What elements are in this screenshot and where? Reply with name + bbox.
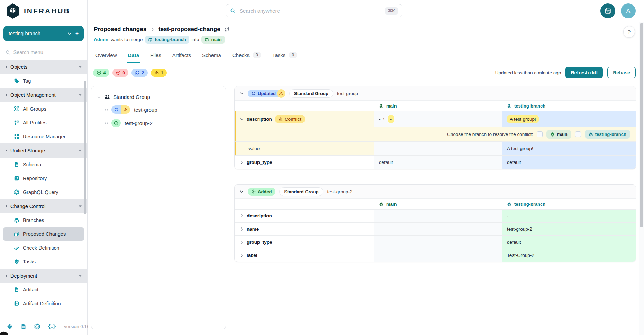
swagger-api-icon[interactable] [48, 324, 56, 329]
old-value: - [379, 117, 381, 122]
status-label: Added [258, 189, 272, 194]
menu-search-input[interactable] [13, 49, 82, 55]
property-label-cell: value [235, 141, 374, 155]
chevron-down-icon[interactable] [239, 91, 244, 96]
window-scrollbar[interactable] [639, 22, 644, 335]
sidebar-item-check-definition[interactable]: Check Definition [0, 241, 87, 255]
tab-files[interactable]: Files [145, 47, 167, 63]
sidebar-item-schema[interactable]: Schema [0, 158, 87, 171]
resolve-main-checkbox[interactable] [537, 131, 543, 137]
chevron-down-icon[interactable] [239, 117, 244, 121]
chevron-right-icon[interactable] [239, 160, 244, 165]
tree-node-test-group-2[interactable]: test-group-2 [105, 119, 220, 127]
logo-text: INFRAHUB [24, 7, 70, 15]
sidebar-item-repository[interactable]: Repository [0, 171, 87, 185]
attribute-name: description [247, 117, 272, 122]
sidebar-item-all-profiles[interactable]: All Profiles [0, 116, 87, 130]
property-name: value [239, 146, 260, 151]
attribute-name: label [247, 253, 257, 258]
tab-data[interactable]: Data [123, 47, 145, 63]
conflict-badge: Conflict [275, 115, 305, 123]
sidebar-item-all-groups[interactable]: All Groups [0, 102, 87, 116]
sidebar-item-branches[interactable]: Branches [0, 213, 87, 227]
global-search-input[interactable] [239, 8, 381, 14]
docs-icon[interactable] [20, 324, 27, 330]
source-branch-badge[interactable]: testing-branch [145, 36, 189, 44]
rebase-button[interactable]: Rebase [607, 67, 636, 78]
tab-checks[interactable]: Checks 0 [227, 47, 267, 63]
updated-count: 2 [142, 70, 144, 75]
menu-group-change-control[interactable]: Change Control [0, 199, 87, 213]
avatar[interactable]: A [621, 3, 636, 18]
added-count-pill[interactable]: 4 [93, 69, 109, 77]
refresh-diff-button[interactable]: Refresh diff [565, 67, 603, 78]
tab-label: Schema [202, 52, 221, 58]
tab-artifacts[interactable]: Artifacts [167, 47, 197, 63]
removed-count-pill[interactable]: 0 [112, 69, 129, 77]
sidebar-item-tasks[interactable]: Tasks [0, 255, 87, 269]
base-value-cell: default [374, 155, 502, 169]
group-people-icon [104, 94, 110, 100]
branch-value-cell: A test group! [502, 141, 636, 155]
attribute-row-description: description Conflict - › - A [235, 111, 636, 127]
target-branch-badge[interactable]: main [201, 36, 225, 44]
base-value-cell [374, 249, 502, 262]
diff-card-header[interactable]: Added Standard Group test-group-2 [235, 185, 636, 199]
updated-count-pill[interactable]: 2 [131, 69, 148, 77]
chevron-down-icon[interactable] [97, 95, 101, 99]
branch-selector[interactable]: testing-branch + [3, 26, 84, 41]
logo[interactable]: INFRAHUB [0, 0, 87, 23]
sidebar-item-artifact[interactable]: Artifact [0, 283, 87, 297]
conflict-count-pill[interactable]: 1 [151, 69, 167, 77]
sidebar: INFRAHUB testing-branch + Objects Tag [0, 0, 88, 335]
author-name[interactable]: Admin [94, 37, 108, 42]
branch-layers-icon [205, 37, 209, 42]
resolve-branch-checkbox[interactable] [575, 131, 581, 137]
tab-schema[interactable]: Schema [197, 47, 227, 63]
chevron-down-icon[interactable] [239, 189, 244, 194]
menu-group-object-management[interactable]: Object Management [0, 88, 87, 102]
sidebar-item-label: Artifact Definition [23, 301, 61, 306]
sidebar-item-proposed-changes[interactable]: Proposed Changes [3, 227, 84, 241]
sidebar-item-tag[interactable]: Tag [0, 74, 87, 88]
help-button[interactable]: ? [623, 26, 635, 38]
tree-node-label: Standard Group [113, 94, 150, 100]
tree-node-test-group[interactable]: test-group [105, 105, 220, 114]
warning-icon [154, 70, 159, 75]
scrollbar-thumb[interactable] [640, 23, 643, 227]
menu-group-unified-storage[interactable]: Unified Storage [0, 143, 87, 158]
added-badge-icon [111, 119, 121, 127]
git-link-icon[interactable] [7, 323, 13, 330]
object-kind-badge: Standard Group [279, 187, 323, 196]
tab-tasks[interactable]: Tasks 0 [267, 47, 303, 63]
tree-node-label: test-group-2 [125, 120, 153, 126]
sidebar-item-artifact-definition[interactable]: Artifact Definition [0, 297, 87, 310]
schedule-button[interactable] [600, 3, 615, 18]
sidebar-item-graphql-query[interactable]: GraphQL Query [0, 185, 87, 199]
branch-layers-icon [589, 132, 593, 137]
global-search[interactable]: ⌘K [226, 4, 402, 17]
sidebar-item-resource-manager[interactable]: Resource Manager [0, 130, 87, 143]
graphql-sandbox-icon[interactable] [34, 323, 40, 330]
add-branch-button[interactable]: + [75, 30, 79, 37]
diff-card-header[interactable]: Updated Standard Group test-group [235, 86, 636, 101]
breadcrumb-root[interactable]: Proposed changes [94, 26, 146, 33]
updated-badge-icon [111, 105, 121, 114]
menu-group-objects[interactable]: Objects [0, 60, 87, 74]
sidebar-scrollbar[interactable] [84, 81, 86, 214]
updated-ago-text: Updated less than a minute ago [495, 70, 561, 75]
chevron-right-icon[interactable] [239, 214, 244, 218]
chevron-right-icon[interactable] [239, 253, 244, 258]
tab-overview[interactable]: Overview [90, 47, 123, 63]
toolbar-right: Updated less than a minute ago Refresh d… [495, 67, 636, 78]
chevron-right-icon[interactable] [239, 240, 244, 244]
chevron-right-icon[interactable] [239, 227, 244, 231]
schema-doc-icon [14, 162, 19, 167]
tree-node-standard-group[interactable]: Standard Group [97, 94, 220, 100]
resolve-main-option[interactable]: main [546, 130, 571, 139]
group-dot [6, 275, 7, 277]
menu-group-deployment[interactable]: Deployment [0, 269, 87, 283]
attribute-label-cell: description [235, 209, 374, 222]
reload-icon[interactable] [224, 27, 229, 32]
resolve-branch-option[interactable]: testing-branch [585, 130, 630, 139]
